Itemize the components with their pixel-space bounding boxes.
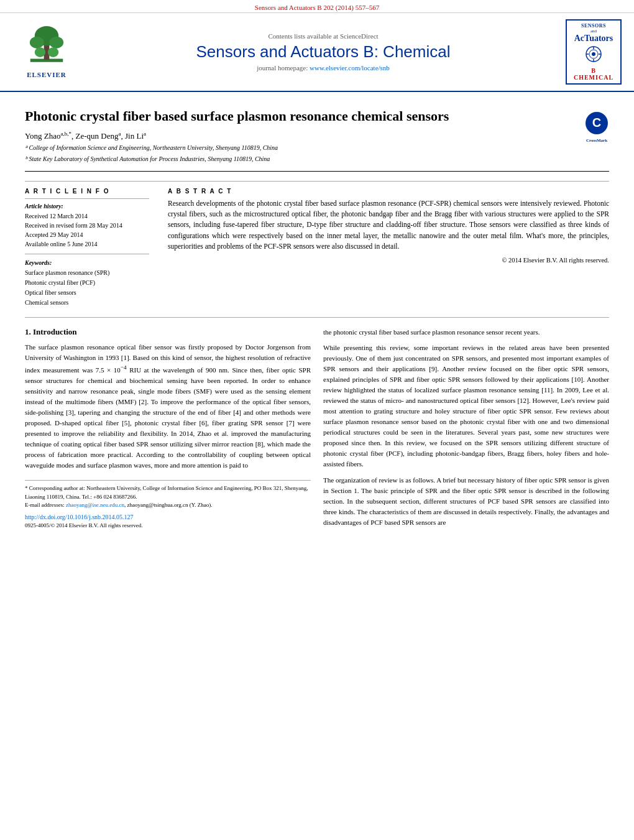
available-date: Available online 5 June 2014 <box>25 239 149 249</box>
accepted-date: Accepted 29 May 2014 <box>25 230 149 239</box>
content-wrapper: Photonic crystal fiber based surface pla… <box>0 92 634 545</box>
article-info-column: A R T I C L E I N F O Article history: R… <box>25 188 149 308</box>
copyright-text: © 2014 Elsevier B.V. All rights reserved… <box>168 257 609 264</box>
svg-point-3 <box>30 36 44 48</box>
history-label: Article history: <box>25 203 149 210</box>
homepage-link[interactable]: www.elsevier.com/locate/snb <box>310 64 390 72</box>
svg-text:C: C <box>592 116 601 129</box>
revised-date: Received in revised form 28 May 2014 <box>25 221 149 230</box>
elsevier-logo: ELSEVIER <box>12 26 81 78</box>
elsevier-label: ELSEVIER <box>27 71 67 78</box>
affiliation-b: ᵇ State Key Laboratory of Synthetical Au… <box>25 155 449 164</box>
journal-title: Sensors and Actuators B: Chemical <box>81 42 566 62</box>
journal-header: ELSEVIER Contents lists available at Sci… <box>0 13 634 92</box>
intro-paragraph2: the photonic crystal fiber based surface… <box>323 327 609 338</box>
keyword-3: Optical fiber sensors <box>25 288 149 298</box>
abstract-column: A B S T R A C T Research developments of… <box>168 188 609 308</box>
crossmark-logo: C CrossMark <box>584 111 609 143</box>
article-title-section: Photonic crystal fiber based surface pla… <box>25 98 609 172</box>
elsevier-tree-icon <box>25 26 68 70</box>
svg-point-5 <box>35 47 46 57</box>
sensors-logo-icon <box>584 45 603 63</box>
section-divider <box>25 317 609 318</box>
received-date: Received 12 March 2014 <box>25 211 149 221</box>
email1-link[interactable]: zhaoyang@ise.neu.edu.cn <box>66 502 124 508</box>
intro-paragraph3: While presenting this review, some impor… <box>323 343 609 470</box>
abstract-text: Research developments of the photonic cr… <box>168 198 609 252</box>
email-footnote: E-mail addresses: zhaoyang@ise.neu.edu.c… <box>25 501 311 510</box>
sensors-logo-bot: B CHEMICAL <box>571 67 617 81</box>
sensors-logo-top: SENSORS <box>571 23 617 29</box>
footnote-area: * Corresponding author at: Northeastern … <box>25 480 311 530</box>
authors-text: Yong Zhaoa,b,*, Ze-qun Denga, Jin Lia <box>25 131 146 141</box>
issn-line: 0925-4005/© 2014 Elsevier B.V. All right… <box>25 522 311 530</box>
intro-paragraph1: The surface plasmon resonance optical fi… <box>25 342 311 471</box>
affiliation-a: ᵃ College of Information Science and Eng… <box>25 144 449 152</box>
intro-paragraph4: The organization of review is as follows… <box>323 475 609 528</box>
sciencedirect-text: Contents lists available at ScienceDirec… <box>81 32 566 40</box>
keyword-2: Photonic crystal fiber (PCF) <box>25 278 149 288</box>
intro-number: 1. <box>25 327 31 336</box>
doi-line[interactable]: http://dx.doi.org/10.1016/j.snb.2014.05.… <box>25 512 311 522</box>
main-right-column: the photonic crystal fiber based surface… <box>323 327 609 533</box>
intro-title: Introduction <box>33 327 77 336</box>
main-body: 1. Introduction The surface plasmon reso… <box>25 327 609 533</box>
corresponding-footnote: * Corresponding author at: Northeastern … <box>25 484 311 501</box>
sensors-logo-and: and <box>571 29 617 34</box>
article-info-abstract: A R T I C L E I N F O Article history: R… <box>25 181 609 308</box>
main-left-column: 1. Introduction The surface plasmon reso… <box>25 327 311 533</box>
sensors-logo-mid: AcTuators <box>571 34 617 44</box>
keywords-label: Keywords: <box>25 259 149 266</box>
journal-center: Contents lists available at ScienceDirec… <box>81 32 566 72</box>
svg-point-6 <box>48 47 59 57</box>
keyword-4: Chemical sensors <box>25 298 149 308</box>
keyword-1: Surface plasmon resonance (SPR) <box>25 268 149 278</box>
sensors-actuators-logo: SENSORS and AcTuators B CHEMICAL <box>566 19 622 85</box>
journal-homepage: journal homepage: www.elsevier.com/locat… <box>81 64 566 72</box>
journal-citation-bar: Sensors and Actuators B 202 (2014) 557–5… <box>0 0 634 13</box>
article-info-heading: A R T I C L E I N F O <box>25 188 149 195</box>
article-title: Photonic crystal fiber based surface pla… <box>25 108 449 166</box>
authors-line: Yong Zhaoa,b,*, Ze-qun Denga, Jin Lia <box>25 131 449 141</box>
svg-point-9 <box>592 52 595 56</box>
citation-text: Sensors and Actuators B 202 (2014) 557–5… <box>255 4 379 11</box>
abstract-heading: A B S T R A C T <box>168 188 609 195</box>
svg-point-4 <box>49 36 63 48</box>
